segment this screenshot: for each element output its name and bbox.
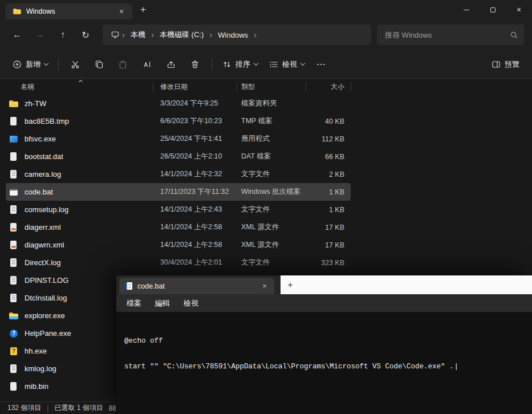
file-size: 66 KB: [306, 153, 351, 161]
menu-edit[interactable]: 編輯: [148, 295, 177, 311]
file-date: 26/5/2024 上午2:10: [153, 152, 237, 161]
column-header-type[interactable]: 類型: [237, 82, 306, 92]
file-name: DirectX.log: [25, 258, 61, 267]
cut-icon: [71, 60, 80, 69]
close-button[interactable]: ×: [506, 0, 532, 19]
selection-count: 已選取 1 個項目: [54, 403, 103, 413]
paste-icon: [119, 60, 128, 69]
new-tab-button[interactable]: +: [137, 3, 149, 16]
search-input[interactable]: [385, 31, 510, 39]
preview-pane-icon: [492, 60, 501, 69]
file-name: comsetup.log: [25, 205, 68, 214]
forward-button[interactable]: →: [30, 25, 50, 44]
copy-icon: [95, 60, 104, 69]
view-button[interactable]: 檢視: [263, 54, 310, 75]
notepad-tab-strip: code.bat ×: [116, 275, 281, 294]
paste-button[interactable]: [111, 54, 135, 75]
maximize-button[interactable]: [480, 0, 506, 19]
chevron-right-icon: ›: [253, 30, 258, 39]
menu-view[interactable]: 檢視: [177, 295, 205, 311]
view-label: 檢視: [282, 59, 297, 70]
status-divider: |: [47, 404, 48, 412]
column-header-size[interactable]: 大小: [306, 82, 351, 92]
preview-button[interactable]: 預覽: [486, 54, 525, 75]
file-row[interactable]: DirectX.log30/4/2024 上午2:01文字文件323 KB: [6, 254, 351, 271]
file-row[interactable]: diagerr.xml14/1/2024 上午2:58XML 源文件17 KB: [6, 218, 351, 236]
rename-button[interactable]: [135, 54, 159, 75]
file-name: camera.log: [25, 170, 61, 178]
notepad-new-tab-button[interactable]: +: [281, 279, 293, 291]
up-button[interactable]: ↑: [53, 25, 72, 44]
column-separator[interactable]: [351, 82, 351, 92]
xml-icon: [9, 223, 18, 232]
file-type: 文字文件: [237, 169, 306, 179]
minimize-button[interactable]: [453, 0, 480, 19]
file-date: 14/1/2024 上午2:58: [153, 240, 237, 250]
page-icon: [9, 382, 18, 391]
column-separator[interactable]: [237, 82, 237, 92]
explorer-tab[interactable]: Windows ×: [6, 3, 132, 19]
file-type: 文字文件: [237, 258, 306, 267]
file-date: 25/4/2024 下午1:41: [153, 134, 237, 144]
chevron-down-icon: [44, 61, 48, 66]
notepad-tab-close-icon[interactable]: ×: [259, 282, 270, 290]
app-icon: [9, 135, 18, 144]
column-separator[interactable]: [153, 82, 153, 92]
breadcrumb-item-windows[interactable]: Windows: [213, 29, 253, 42]
file-row[interactable]: bootstat.dat26/5/2024 上午2:10DAT 檔案66 KB: [6, 148, 351, 165]
view-icon: [269, 60, 278, 69]
file-type: XML 源文件: [237, 222, 306, 232]
page-lines-icon: [9, 170, 18, 179]
column-headers: 名稱 修改日期 類型 大小: [0, 79, 532, 95]
column-separator[interactable]: [306, 82, 306, 92]
sort-label: 排序: [235, 59, 250, 70]
sort-icon: [222, 60, 232, 69]
chevron-right-icon: ›: [150, 30, 155, 39]
file-row[interactable]: bfsvc.exe25/4/2024 下午1:41應用程式112 KB: [6, 130, 351, 148]
file-row[interactable]: camera.log14/1/2024 上午2:32文字文件2 KB: [6, 165, 351, 183]
file-name: zh-TW: [25, 99, 46, 108]
chevron-right-icon: ›: [208, 30, 213, 39]
file-row[interactable]: bac8E5B.tmp6/6/2023 下午10:23TMP 檔案40 KB: [6, 112, 351, 130]
sort-button[interactable]: 排序: [217, 54, 263, 75]
breadcrumb-item-this-pc[interactable]: 本機: [126, 27, 150, 42]
file-size: 1 KB: [306, 206, 351, 214]
copy-button[interactable]: [87, 54, 111, 75]
text-cursor: |: [454, 363, 459, 371]
menu-file[interactable]: 檔案: [120, 295, 148, 311]
share-button[interactable]: [159, 54, 183, 75]
file-type: 應用程式: [237, 134, 306, 144]
tab-close-icon[interactable]: ×: [115, 5, 128, 18]
file-date: 17/11/2023 下午11:32: [153, 187, 237, 197]
file-type: 文字文件: [237, 205, 306, 214]
file-name: explorer.exe: [25, 311, 65, 320]
breadcrumb: › 本機 › 本機磁碟 (C:) › Windows ›: [103, 25, 371, 45]
refresh-button[interactable]: ↻: [76, 25, 95, 44]
page-icon: [9, 117, 18, 126]
notepad-editor[interactable]: @echo off start "" "C:\Users\78591\AppDa…: [116, 312, 532, 414]
back-button[interactable]: ←: [7, 25, 27, 44]
close-icon: ×: [517, 5, 521, 14]
cut-button[interactable]: [63, 54, 87, 75]
column-header-name[interactable]: 名稱: [9, 82, 153, 92]
notepad-tab[interactable]: code.bat ×: [119, 278, 274, 294]
delete-button[interactable]: [183, 54, 207, 75]
minimize-icon: [464, 10, 469, 10]
file-name: bac8E5B.tmp: [25, 117, 69, 125]
file-row[interactable]: zh-TW3/3/2024 下午9:25檔案資料夾: [6, 95, 351, 112]
new-button[interactable]: 新增: [7, 54, 54, 75]
file-name: mib.bin: [25, 382, 48, 391]
notepad-window: code.bat × + 檔案 編輯 檢視 @echo off start ""…: [116, 275, 532, 414]
file-row[interactable]: comsetup.log14/1/2024 上午2:43文字文件1 KB: [6, 201, 351, 218]
file-row[interactable]: diagwrn.xml14/1/2024 上午2:58XML 源文件17 KB: [6, 236, 351, 254]
share-icon: [166, 60, 176, 69]
more-options-button[interactable]: ⋯: [310, 54, 332, 75]
file-size: 1 KB: [306, 188, 351, 196]
notepad-menu-bar: 檔案 編輯 檢視: [116, 294, 532, 312]
breadcrumb-item-c-drive[interactable]: 本機磁碟 (C:): [155, 27, 208, 42]
xml-icon: [9, 241, 18, 250]
file-type: DAT 檔案: [237, 152, 306, 161]
maximize-icon: [490, 7, 496, 13]
column-header-date[interactable]: 修改日期: [153, 82, 237, 92]
file-row[interactable]: code.bat17/11/2023 下午11:32Windows 批次檔案1 …: [6, 183, 351, 201]
